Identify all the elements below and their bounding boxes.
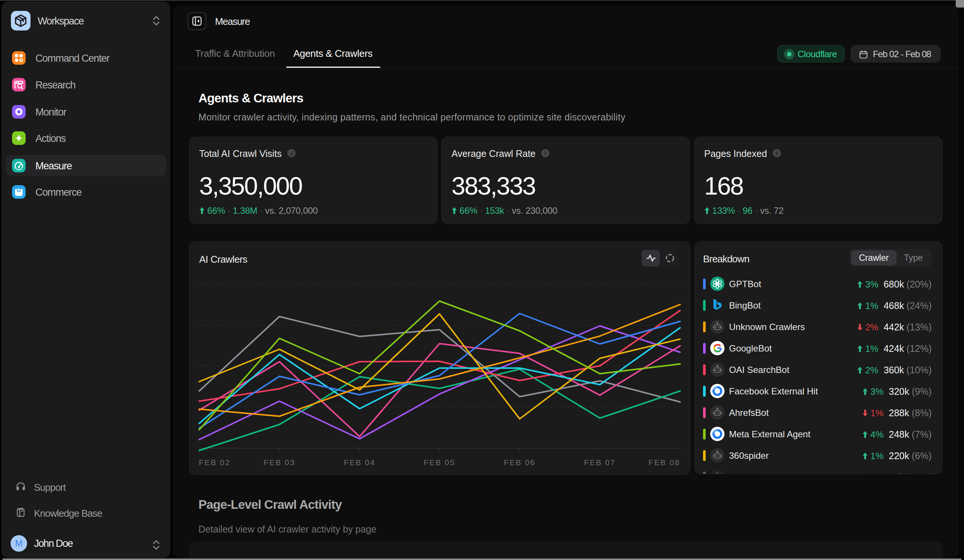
svg-text:FEB 07: FEB 07 — [584, 458, 616, 467]
svg-text:FEB 08: FEB 08 — [648, 458, 680, 467]
svg-text:FEB 03: FEB 03 — [264, 458, 295, 467]
svg-text:FEB 04: FEB 04 — [344, 458, 375, 467]
svg-text:FEB 05: FEB 05 — [423, 458, 455, 467]
svg-text:FEB 02: FEB 02 — [199, 458, 230, 467]
svg-text:FEB 06: FEB 06 — [504, 458, 536, 467]
